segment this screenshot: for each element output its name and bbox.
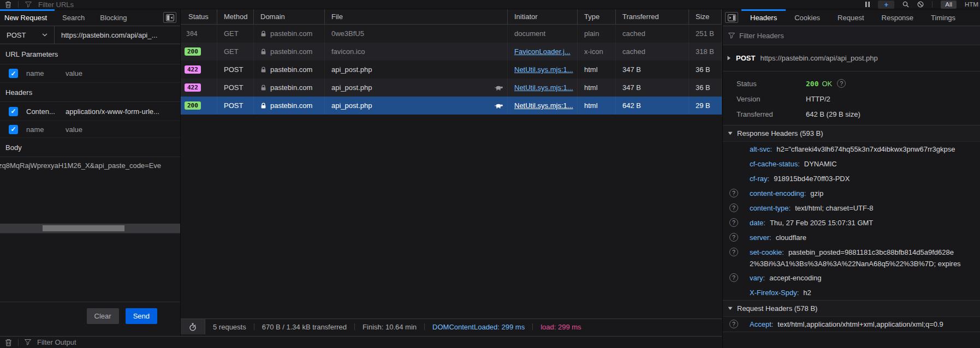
- send-button[interactable]: Send: [126, 308, 157, 324]
- help-icon[interactable]: ?: [729, 203, 738, 212]
- help-icon[interactable]: ?: [729, 218, 738, 227]
- help-icon[interactable]: ?: [729, 248, 738, 256]
- column-header-method[interactable]: Method: [217, 9, 254, 24]
- header-value[interactable]: accept-encoding: [769, 274, 979, 283]
- help-icon[interactable]: ?: [729, 233, 738, 242]
- header-name[interactable]: cf-cache-status:: [750, 160, 800, 169]
- header-name[interactable]: alt-svc:: [750, 145, 772, 154]
- checkbox-checked[interactable]: ✓: [9, 107, 18, 116]
- request-summary-line[interactable]: POST https://pastebin.com/api/api_post.p…: [723, 45, 980, 71]
- method-select[interactable]: POST: [0, 26, 55, 44]
- header-value[interactable]: gzip: [810, 189, 979, 198]
- filter-all-button[interactable]: All: [941, 1, 957, 9]
- collapse-pane-left-icon[interactable]: [163, 12, 176, 23]
- table-row[interactable]: 422POSTpastebin.comapi_post.phpNetUtil.s…: [181, 61, 722, 79]
- table-row[interactable]: 200GETpastebin.comfavicon.icoFaviconLoad…: [181, 43, 722, 61]
- expand-pane-right-icon[interactable]: [725, 12, 738, 23]
- table-row[interactable]: 422POSTpastebin.comapi_post.phpNetUtil.s…: [181, 79, 722, 97]
- header-value[interactable]: cloudflare: [776, 233, 979, 242]
- header-name[interactable]: Accept:: [750, 320, 773, 329]
- param-value[interactable]: application/x-www-form-urle...: [66, 107, 180, 116]
- request-url-input[interactable]: https://pastebin.com/api/api_...: [55, 31, 180, 39]
- table-row[interactable]: 200POSTpastebin.comapi_post.phpNetUtil.s…: [181, 97, 722, 115]
- column-header-type[interactable]: Type: [578, 9, 616, 24]
- header-value[interactable]: pastebin_posted=9881181c3bc88bfb814d5a9f…: [788, 248, 979, 257]
- tab-cookies[interactable]: Cookies: [786, 9, 829, 26]
- clear-requests-trash-icon[interactable]: [5, 1, 11, 8]
- column-header-initiator[interactable]: Initiator: [508, 9, 578, 24]
- help-icon[interactable]: ?: [729, 273, 738, 282]
- filter-output-input[interactable]: Filter Output: [37, 338, 76, 346]
- domain-cell: pastebin.com: [254, 25, 325, 43]
- help-icon[interactable]: ?: [729, 189, 738, 197]
- new-request-toggle-button[interactable]: +: [878, 1, 894, 9]
- summary-value: HTTP/2: [806, 95, 830, 103]
- summary-label: Transferred: [737, 110, 806, 118]
- filter-funnel-icon: [25, 339, 31, 345]
- response-headers-section-header[interactable]: Response Headers (593 B): [723, 125, 980, 142]
- header-name[interactable]: content-type:: [750, 204, 791, 213]
- header-name[interactable]: server:: [750, 233, 771, 242]
- column-header-size[interactable]: Size: [689, 9, 722, 24]
- header-value[interactable]: text/html,application/xhtml+xml,applicat…: [777, 320, 979, 329]
- param-value[interactable]: value: [66, 125, 180, 134]
- filter-headers-input[interactable]: Filter Headers: [739, 32, 784, 40]
- tab-timings[interactable]: Timings: [922, 9, 964, 26]
- filter-html-button[interactable]: HTML: [965, 1, 979, 8]
- body-editor[interactable]: zq8MqRajWprexyaH1M26_X&api_paste_code=Ev…: [0, 157, 180, 233]
- header-value[interactable]: 918915bd4e70ff03-PDX: [774, 175, 979, 183]
- header-name[interactable]: X-Firefox-Spdy:: [750, 289, 799, 297]
- header-name[interactable]: date:: [750, 219, 765, 227]
- header-name[interactable]: content-encoding:: [750, 189, 806, 198]
- request-pane-tab-new-request[interactable]: New Request: [0, 9, 55, 26]
- url-parameters-section-header[interactable]: URL Parameters: [0, 44, 180, 64]
- param-name[interactable]: name: [26, 69, 66, 77]
- tab-response[interactable]: Response: [873, 9, 923, 26]
- stopwatch-icon[interactable]: [181, 319, 205, 334]
- header-value[interactable]: text/html; charset=UTF-8: [795, 204, 979, 213]
- initiator-link[interactable]: NetUtil.sys.mjs:1...: [514, 83, 573, 92]
- checkbox-checked[interactable]: ✓: [9, 125, 18, 134]
- header-name[interactable]: set-cookie:: [750, 248, 784, 257]
- pause-icon[interactable]: [865, 2, 870, 7]
- block-icon[interactable]: [917, 1, 924, 8]
- initiator-link[interactable]: FaviconLoader.j...: [514, 47, 571, 56]
- request-pane-tab-blocking[interactable]: Blocking: [92, 9, 134, 26]
- tab-request[interactable]: Request: [829, 9, 872, 26]
- tab-headers[interactable]: Headers: [741, 9, 786, 26]
- scrollbar-thumb[interactable]: [43, 225, 124, 231]
- column-header-domain[interactable]: Domain: [254, 9, 325, 24]
- initiator-link[interactable]: NetUtil.sys.mjs:1...: [514, 101, 573, 110]
- param-value[interactable]: value: [66, 69, 180, 77]
- column-header-status[interactable]: Status: [181, 9, 217, 24]
- search-icon[interactable]: [902, 1, 909, 8]
- help-icon[interactable]: ?: [837, 79, 846, 88]
- param-name[interactable]: name: [26, 125, 66, 134]
- param-name[interactable]: Conten...: [26, 107, 66, 116]
- headers-section-header[interactable]: Headers: [0, 83, 180, 102]
- header-value[interactable]: h2: [803, 289, 979, 297]
- initiator-link[interactable]: NetUtil.sys.mjs:1...: [514, 65, 573, 74]
- table-row[interactable]: 304GETpastebin.com0we3BfU5documentplainc…: [181, 25, 722, 43]
- request-pane-tab-search[interactable]: Search: [55, 9, 92, 26]
- initiator-cell: NetUtil.sys.mjs:1...: [508, 61, 578, 79]
- expander-right-icon[interactable]: [727, 56, 731, 61]
- help-icon[interactable]: ?: [729, 320, 738, 328]
- header-value[interactable]: h2="cflareki4v3lh674hq55k3n7xd4ibkwx3pnw…: [776, 145, 979, 154]
- header-value[interactable]: Thu, 27 Feb 2025 15:07:31 GMT: [770, 219, 979, 227]
- column-header-file[interactable]: File: [325, 9, 508, 24]
- column-header-transferred[interactable]: Transferred: [616, 9, 689, 24]
- header-name[interactable]: cf-ray:: [750, 175, 769, 183]
- clear-button[interactable]: Clear: [87, 308, 119, 324]
- body-text[interactable]: zq8MqRajWprexyaH1M26_X&api_paste_code=Ev…: [0, 157, 180, 170]
- header-value[interactable]: DYNAMIC: [804, 160, 979, 169]
- request-headers-section-header[interactable]: Request Headers (578 B): [723, 300, 980, 317]
- load-time[interactable]: load: 299 ms: [533, 323, 589, 331]
- header-name[interactable]: vary:: [750, 274, 765, 283]
- body-section-header[interactable]: Body: [0, 138, 180, 157]
- checkbox-checked[interactable]: ✓: [9, 69, 18, 78]
- body-horizontal-scrollbar[interactable]: [0, 224, 180, 233]
- filter-urls-input[interactable]: Filter URLs: [38, 1, 74, 9]
- clear-output-trash-icon[interactable]: [5, 339, 12, 346]
- domcontentloaded-time[interactable]: DOMContentLoaded: 299 ms: [425, 323, 532, 331]
